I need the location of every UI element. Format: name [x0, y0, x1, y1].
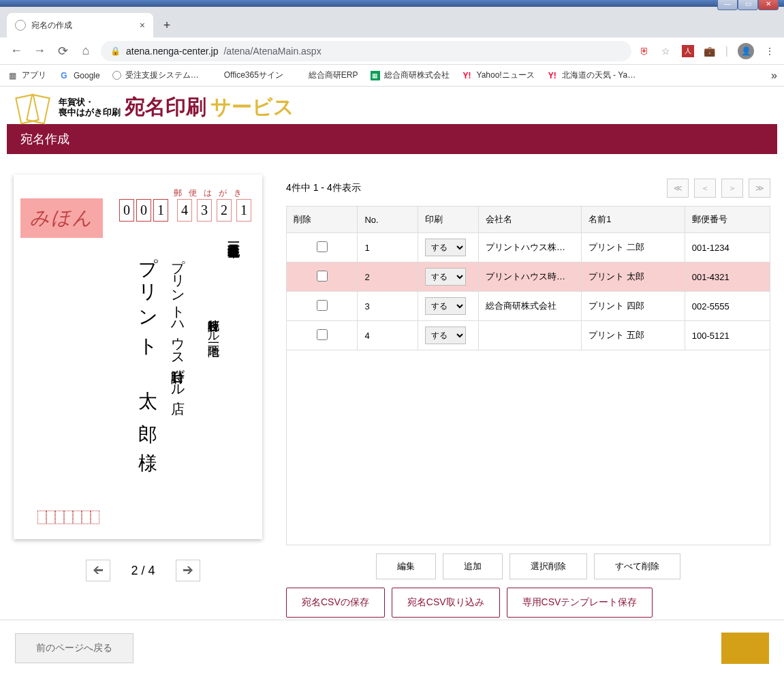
- postcard-preview: みほん 郵便はがき 0 0 1 4 3 2 1 札幌市中央区北一条西二丁目一番地…: [14, 174, 262, 539]
- print-select[interactable]: する: [425, 268, 466, 286]
- first-page-button[interactable]: ≪: [667, 179, 689, 198]
- table-row[interactable]: 4するプリント 五郎100-5121: [287, 321, 770, 350]
- new-tab-button[interactable]: +: [157, 16, 176, 35]
- url-bar[interactable]: 🔒 atena.nenga-center.jp/atena/AtenaMain.…: [101, 41, 631, 61]
- tab-close-icon[interactable]: ×: [140, 20, 145, 31]
- minimize-button[interactable]: —: [717, 0, 738, 10]
- lock-icon: 🔒: [110, 46, 121, 56]
- csv-template-button[interactable]: 専用CSVテンプレート保存: [507, 588, 653, 618]
- profile-icon[interactable]: 👤: [738, 43, 754, 59]
- globe-icon: [15, 20, 26, 31]
- submit-button[interactable]: [721, 633, 769, 664]
- edit-button[interactable]: 編集: [376, 553, 436, 579]
- logo-title: 宛名印刷: [125, 93, 206, 121]
- maximize-button[interactable]: ▭: [738, 0, 758, 10]
- cell-no: 1: [358, 233, 418, 262]
- bookmark-yahoo[interactable]: Y!Yahoo!ニュース: [462, 70, 535, 81]
- apps-icon: ▦: [7, 70, 18, 81]
- table-row[interactable]: 1するプリントハウス株…プリント 二郎001-1234: [287, 233, 770, 262]
- yahoo-icon: Y!: [547, 70, 558, 81]
- reload-icon[interactable]: ⟳: [54, 43, 71, 59]
- logo-subtitle: 年賀状・喪中はがき印刷: [59, 97, 121, 117]
- tab-strip: 宛名の作成 × +: [0, 7, 784, 37]
- cell-zip: 100-5121: [685, 321, 770, 350]
- postal-digit: 3: [197, 199, 212, 222]
- bookmark-google[interactable]: GGoogle: [59, 70, 100, 81]
- sheets-icon: ▦: [371, 71, 380, 80]
- postal-label: 郵便はがき: [174, 187, 249, 199]
- cell-company: プリントハウス株…: [478, 233, 581, 262]
- postal-digit: 0: [136, 199, 151, 222]
- next-page-button[interactable]: ＞: [721, 179, 743, 198]
- star-icon[interactable]: ☆: [660, 45, 672, 57]
- cell-zip: 002-5555: [685, 292, 770, 321]
- cell-name: プリント 二郎: [582, 233, 685, 262]
- table-row[interactable]: 3する総合商研株式会社プリント 四郎002-5555: [287, 292, 770, 321]
- col-company: 会社名: [478, 207, 581, 233]
- globe-icon: [112, 71, 121, 80]
- cell-no: 3: [358, 292, 418, 321]
- cell-no: 2: [358, 262, 418, 292]
- prev-page-button[interactable]: ＜: [694, 179, 716, 198]
- bookmarks-overflow-icon[interactable]: »: [771, 70, 777, 82]
- preview-next-button[interactable]: 🡪: [176, 560, 200, 581]
- bookmark-erp[interactable]: 総合商研ERP: [296, 70, 358, 81]
- csv-import-button[interactable]: 宛名CSV取り込み: [392, 588, 500, 618]
- row-delete-checkbox[interactable]: [317, 329, 328, 340]
- bookmark-system[interactable]: 受注支援システム…: [112, 70, 199, 81]
- col-name: 名前1: [582, 207, 685, 233]
- browser-tab[interactable]: 宛名の作成 ×: [7, 13, 153, 37]
- browser-toolbar: ← → ⟳ ⌂ 🔒 atena.nenga-center.jp/atena/At…: [0, 37, 784, 65]
- csv-save-button[interactable]: 宛名CSVの保存: [286, 588, 385, 618]
- cell-company: 総合商研株式会社: [478, 292, 581, 321]
- row-delete-checkbox[interactable]: [317, 300, 328, 311]
- recipient-address-2: 札幌時計台ビル地下一階: [206, 311, 221, 337]
- back-page-button[interactable]: 前のページへ戻る: [15, 633, 134, 663]
- add-button[interactable]: 追加: [443, 553, 503, 579]
- postal-digit: 1: [236, 199, 251, 222]
- print-select[interactable]: する: [425, 297, 466, 315]
- last-page-button[interactable]: ≫: [749, 179, 770, 198]
- postal-code-boxes: 0 0 1 4 3 2 1: [119, 199, 251, 222]
- delete-selected-button[interactable]: 選択削除: [509, 553, 587, 579]
- office-icon: [211, 71, 220, 80]
- apps-button[interactable]: ▦アプリ: [7, 70, 46, 81]
- row-delete-checkbox[interactable]: [317, 271, 328, 282]
- row-delete-checkbox[interactable]: [317, 241, 328, 252]
- recipient-name: プリント 太 郎 様: [134, 243, 160, 444]
- cell-name: プリント 四郎: [582, 292, 685, 321]
- bookmark-sogo[interactable]: ▦総合商研株式会社: [371, 70, 450, 81]
- pager-text: 2 / 4: [131, 564, 155, 578]
- tab-title: 宛名の作成: [31, 20, 72, 31]
- cell-zip: 001-1234: [685, 233, 770, 262]
- extension-pdf-icon[interactable]: 人: [682, 45, 694, 57]
- forward-icon[interactable]: →: [31, 43, 48, 59]
- col-zip: 郵便番号: [685, 207, 770, 233]
- home-icon[interactable]: ⌂: [78, 43, 94, 59]
- extension-wallet-icon[interactable]: 💼: [704, 45, 716, 57]
- close-button[interactable]: ✕: [758, 0, 779, 10]
- office-icon: [296, 71, 304, 80]
- extension-shield-icon[interactable]: ⛨: [638, 45, 650, 57]
- back-icon[interactable]: ←: [8, 43, 25, 59]
- preview-prev-button[interactable]: 🡨: [86, 560, 110, 581]
- print-select[interactable]: する: [425, 239, 466, 256]
- page-header: 年賀状・喪中はがき印刷 宛名印刷サービス: [0, 87, 784, 121]
- cell-name: プリント 五郎: [582, 321, 685, 350]
- url-path: /atena/AtenaMain.aspx: [223, 46, 321, 57]
- section-title: 宛名作成: [7, 124, 777, 154]
- table-row[interactable]: 2するプリントハウス時…プリント 太郎001-4321: [287, 262, 770, 292]
- postal-digit: 2: [217, 199, 232, 222]
- logo-suffix: サービス: [210, 93, 294, 121]
- cell-company: プリントハウス時…: [478, 262, 581, 292]
- postal-digit: 1: [153, 199, 168, 222]
- cell-zip: 001-4321: [685, 262, 770, 292]
- bookmark-weather[interactable]: Y!北海道の天気 - Ya…: [547, 70, 636, 81]
- delete-all-button[interactable]: すべて削除: [594, 553, 680, 579]
- menu-icon[interactable]: ⋮: [764, 45, 776, 57]
- bookmark-office[interactable]: Office365サイン: [211, 70, 283, 81]
- print-select[interactable]: する: [425, 327, 466, 344]
- sample-stamp: みほん: [20, 198, 103, 238]
- postal-digit: 0: [119, 199, 134, 222]
- url-domain: atena.nenga-center.jp: [126, 46, 218, 57]
